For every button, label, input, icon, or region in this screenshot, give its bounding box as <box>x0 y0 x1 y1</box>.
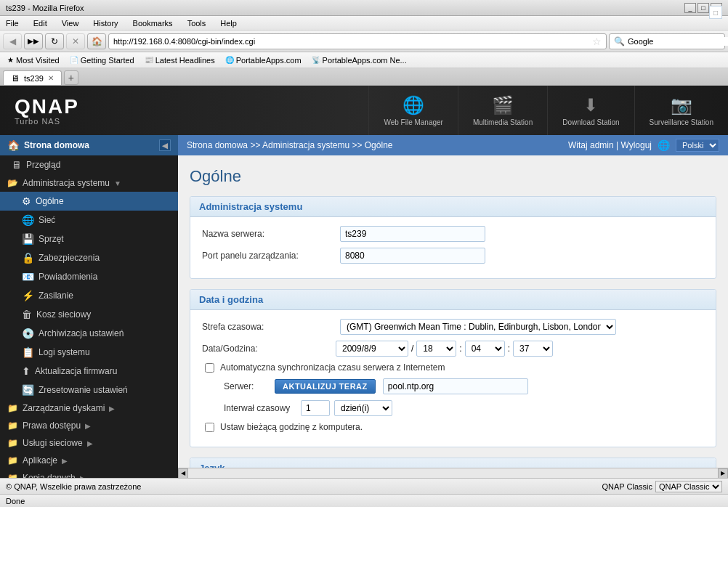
tab-bar: 🖥 ts239 ✕ + <box>0 68 728 86</box>
tab-close-button[interactable]: ✕ <box>48 74 54 82</box>
browser-title: ts239 - Mozilla Firefox <box>6 4 684 12</box>
menu-view[interactable]: View <box>59 17 82 29</box>
menu-history[interactable]: History <box>90 17 121 29</box>
ntp-server-input[interactable] <box>383 378 528 394</box>
breadcrumb-right: Witaj admin | Wyloguj 🌐 Polski <box>568 139 719 152</box>
folder-icon: 📁 <box>7 403 18 413</box>
minute-select[interactable]: 04 <box>465 341 505 357</box>
bookmark-star-icon[interactable]: ☆ <box>592 36 602 47</box>
scroll-left-button[interactable]: ◀ <box>178 468 188 479</box>
admin-section-header: Administracja systemu <box>190 197 716 217</box>
sidebar-item-sprzet[interactable]: 💾 Sprzęt <box>0 229 178 248</box>
sidebar-item-label: Logi systemu <box>39 347 90 357</box>
search-bar: 🔍 🔍 <box>609 33 725 49</box>
most-visited-icon: ★ <box>7 56 14 64</box>
back-button[interactable]: ◀ <box>3 33 22 49</box>
minimize-button[interactable]: _ <box>684 3 696 13</box>
sidebar-group-dyski[interactable]: 📁 Zarządzanie dyskami ▶ <box>0 399 178 417</box>
refresh-button[interactable]: ↻ <box>45 33 64 49</box>
folder-icon: 📁 <box>7 420 18 431</box>
bookmark-most-visited[interactable]: ★ Most Visited <box>3 54 64 66</box>
language-select[interactable]: Polski <box>676 139 719 152</box>
sidebar-item-label: Zasilanie <box>39 290 73 301</box>
bookmark-getting-started[interactable]: 📄 Getting Started <box>65 54 139 66</box>
sidebar-group-admin[interactable]: 📂 Administracja systemu ▼ <box>0 174 178 192</box>
sidebar-item-archiwizacja[interactable]: 💿 Archiwizacja ustawień <box>0 324 178 343</box>
home-button[interactable]: 🏠 <box>87 33 106 49</box>
server-name-input[interactable] <box>340 226 485 242</box>
sidebar-item-powiadomienia[interactable]: 📧 Powiadomienia <box>0 267 178 286</box>
sidebar-item-label: Zabezpieczenia <box>39 253 100 263</box>
second-select[interactable]: 37 <box>513 341 553 357</box>
menu-bookmarks[interactable]: Bookmarks <box>130 17 176 29</box>
chevron-right-icon: ▶ <box>80 474 86 479</box>
sidebar-group-aplikacje[interactable]: 📁 Aplikacje ▶ <box>0 452 178 469</box>
breadcrumb-bar: Strona domowa >> Administracja systemu >… <box>178 135 728 155</box>
sidebar-item-zasilanie[interactable]: ⚡ Zasilanie <box>0 286 178 305</box>
auto-sync-checkbox[interactable] <box>205 363 214 373</box>
new-tab-button[interactable]: + <box>64 70 78 85</box>
date-select[interactable]: 2009/8/9 <box>336 341 408 357</box>
sidebar-item-ogolne[interactable]: ⚙ Ogólne <box>0 192 178 211</box>
chevron-down-icon: ▼ <box>114 179 121 187</box>
menu-file[interactable]: File <box>3 17 22 29</box>
set-time-row: Ustaw bieżącą godzinę z komputera. <box>202 422 704 432</box>
bookmark-latest-headlines[interactable]: 📰 Latest Headlines <box>140 54 219 66</box>
sidebar-item-zresetowanie[interactable]: 🔄 Zresetowanie ustawień <box>0 381 178 399</box>
auto-sync-label: Automatyczna synchronizacja czasu serwer… <box>220 362 445 373</box>
url-input[interactable] <box>113 37 592 46</box>
update-now-button[interactable]: AKTUALIZUJ TERAZ <box>275 379 376 394</box>
qnap-app: QNAP Turbo NAS 🌐 Web File Manager 🎬 Mult… <box>0 86 728 478</box>
sidebar-group-uslugi[interactable]: 📁 Usługi sieciowe ▶ <box>0 434 178 452</box>
interval-unit-select[interactable]: dzień(i) <box>334 400 392 416</box>
brand-name: QNAP <box>15 95 79 118</box>
restore-button[interactable]: □ <box>697 3 709 13</box>
sidebar-group-kopia[interactable]: 📁 Kopia danych ▶ <box>0 469 178 478</box>
port-row: Port panelu zarządzania: <box>202 248 704 264</box>
set-time-label: Ustaw bieżącą godzinę z komputera. <box>220 422 363 432</box>
nav-surveillance-station[interactable]: 📷 Surveillance Station <box>634 86 728 135</box>
sidebar-item-kosz[interactable]: 🗑 Kosz sieciowy <box>0 305 178 324</box>
interval-label: Interwał czasowy <box>224 403 296 413</box>
nav-web-file-manager[interactable]: 🌐 Web File Manager <box>368 86 458 135</box>
port-input[interactable] <box>340 248 485 264</box>
sidebar-item-przeglad[interactable]: 🖥 Przegląd <box>0 155 178 174</box>
sidebar-toggle-button[interactable]: ◀ <box>159 139 171 151</box>
sidebar-item-logi[interactable]: 📋 Logi systemu <box>0 343 178 362</box>
tab-label: ts239 <box>24 74 44 83</box>
active-tab[interactable]: 🖥 ts239 ✕ <box>3 70 62 85</box>
menu-help[interactable]: Help <box>217 17 240 29</box>
bookmark-portableapps[interactable]: 🌐 PortableApps.com <box>221 54 306 66</box>
sidebar-group-label: Usługi sieciowe <box>23 438 83 448</box>
sidebar-item-zabezpieczenia[interactable]: 🔒 Zabezpieczenia <box>0 248 178 267</box>
qnap-logo: QNAP Turbo NAS <box>0 88 94 133</box>
datetime-label: Data/Godzina: <box>202 344 333 354</box>
language-section-header: Język <box>190 458 716 468</box>
bookmark-portableapps-ne[interactable]: 📡 PortableApps.com Ne... <box>307 54 411 66</box>
scroll-right-button[interactable]: ▶ <box>718 468 728 479</box>
menu-edit[interactable]: Edit <box>31 17 50 29</box>
sidebar-item-siec[interactable]: 🌐 Sieć <box>0 211 178 229</box>
nav-multimedia-station[interactable]: 🎬 Multimedia Station <box>458 86 547 135</box>
timezone-row: Strefa czasowa: (GMT) Greenwich Mean Tim… <box>202 319 704 335</box>
horizontal-scrollbar[interactable]: ◀ ▶ <box>178 468 728 478</box>
forward-button[interactable]: ▶▶ <box>24 33 43 49</box>
interval-input[interactable] <box>301 400 330 416</box>
breadcrumb: Strona domowa >> Administracja systemu >… <box>187 140 392 150</box>
zasilanie-icon: ⚡ <box>22 290 34 301</box>
hour-select[interactable]: 18 <box>416 341 456 357</box>
timezone-select[interactable]: (GMT) Greenwich Mean Time : Dublin, Edin… <box>340 319 616 335</box>
copyright-text: © QNAP, Wszelkie prawa zastrzeżone <box>6 482 141 491</box>
menu-tools[interactable]: Tools <box>185 17 209 29</box>
theme-select[interactable]: QNAP Classic <box>655 481 722 492</box>
nav-download-station[interactable]: ⬇ Download Station <box>547 86 634 135</box>
folder-icon: 📂 <box>7 178 18 188</box>
sidebar-group-prawa[interactable]: 📁 Prawa dostępu ▶ <box>0 417 178 434</box>
stop-button[interactable]: ✕ <box>66 33 85 49</box>
set-time-checkbox[interactable] <box>205 423 214 432</box>
multimedia-station-icon: 🎬 <box>492 95 514 115</box>
bookmark-label: Getting Started <box>81 56 134 65</box>
sidebar-item-aktualizacja[interactable]: ⬆ Aktualizacja firmwaru <box>0 362 178 381</box>
scroll-track[interactable] <box>188 468 718 478</box>
search-input[interactable] <box>628 37 728 46</box>
